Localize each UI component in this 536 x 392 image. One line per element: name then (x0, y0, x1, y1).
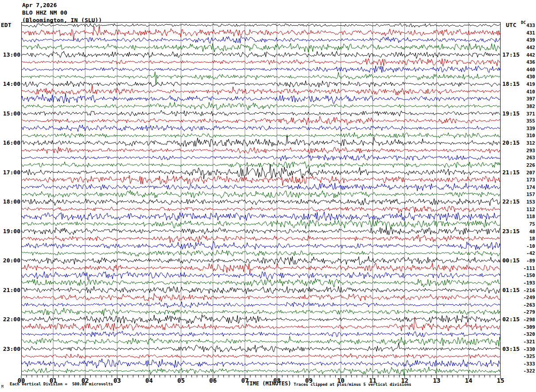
dc-value: -333 (517, 361, 535, 366)
x-axis-title: TIME (MINUTES) (246, 381, 291, 386)
dc-value: 18 (517, 236, 535, 241)
seismogram-trace (21, 164, 501, 179)
dc-value: -42 (517, 251, 535, 256)
dc-value: 442 (517, 53, 535, 58)
edt-hour-label: 15:00 (1, 111, 20, 116)
dc-value: 442 (517, 45, 535, 50)
edt-hour-label: 16:00 (1, 140, 20, 146)
seismogram-trace (21, 359, 501, 368)
seismogram-trace (21, 132, 501, 138)
seismogram-trace (21, 147, 501, 154)
seismogram-trace (21, 367, 501, 376)
edt-hour-label: 19:00 (1, 228, 20, 234)
seismogram-trace (21, 43, 501, 52)
dc-value: -10 (517, 244, 535, 249)
edt-hour-label: 22:00 (1, 316, 20, 322)
corner-mark: M (1, 385, 4, 389)
dc-value: 48 (517, 229, 535, 234)
dc-value: 382 (517, 104, 535, 109)
dc-value: -111 (517, 266, 535, 271)
dc-value: 440 (517, 67, 535, 72)
edt-hour-label: 21:00 (1, 287, 20, 293)
dc-value: 410 (517, 89, 535, 94)
x-tick-label: 13 (430, 377, 443, 384)
dc-value: 397 (517, 96, 535, 101)
dc-value: -89 (517, 258, 535, 263)
seismogram-trace (21, 81, 501, 88)
dc-value: -150 (517, 273, 535, 278)
dc-value: 436 (517, 60, 535, 65)
dc-value: 439 (517, 38, 535, 42)
seismogram-trace (21, 110, 501, 116)
seismogram-trace (21, 51, 501, 59)
seismogram-trace (21, 343, 501, 353)
dc-value: 118 (517, 214, 535, 219)
seismogram-trace (21, 250, 501, 256)
dc-value: -330 (517, 347, 535, 352)
x-tick-label: 14 (462, 377, 475, 384)
seismogram-trace (21, 116, 501, 125)
seismogram-trace (21, 354, 501, 359)
dc-value: 153 (517, 200, 535, 204)
seismogram-trace (21, 331, 501, 337)
dc-value: 226 (517, 163, 535, 168)
dc-value: 371 (517, 111, 535, 116)
seismogram-trace (21, 85, 501, 95)
seismogram-trace (21, 302, 501, 308)
x-tick-label: 15 (494, 377, 507, 384)
dc-value: 312 (517, 141, 535, 146)
seismogram-trace (21, 58, 501, 66)
seismogram-trace (21, 154, 501, 161)
dc-value: 430 (517, 74, 535, 79)
dc-value: 433 (517, 23, 535, 28)
edt-hour-label: 13:00 (1, 52, 20, 58)
seismogram-trace (21, 308, 501, 316)
seismogram-trace (21, 183, 501, 191)
left-timezone-label: EDT (1, 22, 11, 28)
seismogram-trace (21, 336, 501, 346)
dc-value: -309 (517, 325, 535, 330)
dc-value: 355 (517, 119, 535, 123)
seismogram-trace (21, 94, 501, 104)
edt-hour-label: 18:00 (1, 199, 20, 204)
dc-value: 173 (517, 177, 535, 182)
seismogram-trace (21, 102, 501, 110)
edt-hour-label: 14:00 (1, 81, 20, 87)
dc-value: 431 (517, 31, 535, 35)
seismogram-trace (21, 256, 501, 265)
seismogram-trace (21, 293, 501, 301)
x-tick-label: 06 (206, 377, 220, 384)
dc-value: 293 (517, 148, 535, 153)
seismogram-trace (21, 263, 501, 273)
seismogram-trace (21, 272, 501, 280)
dc-value: -298 (517, 317, 535, 322)
dc-value: 419 (517, 82, 535, 87)
dc-value: -216 (517, 288, 535, 293)
dc-value: 75 (517, 222, 535, 227)
seismogram-trace (21, 234, 501, 242)
edt-hour-label: 20:00 (1, 257, 20, 263)
edt-hour-label: 17:00 (1, 169, 20, 175)
dc-value: -320 (517, 332, 535, 337)
seismogram-trace (21, 279, 501, 288)
dc-value: -322 (517, 369, 535, 373)
dc-value: 112 (517, 207, 535, 212)
dc-value: 310 (517, 133, 535, 138)
seismogram-trace (21, 206, 501, 213)
seismogram-trace (21, 212, 501, 221)
dc-value: -249 (517, 295, 535, 300)
clipping-note: Traces clipped at plus/minus 5 vertical … (294, 383, 412, 387)
seismogram-trace (21, 198, 501, 206)
dc-value: 157 (517, 192, 535, 197)
x-tick-label: 05 (175, 377, 188, 384)
seismogram-trace (21, 315, 501, 324)
seismogram-trace (21, 36, 501, 43)
x-tick-label: 04 (143, 377, 156, 384)
seismogram-trace (21, 190, 501, 198)
seismogram-trace (21, 161, 501, 168)
vertical-scale-note: Each Vertical Division = 500.00 microvol… (10, 382, 113, 386)
dc-value: 207 (517, 170, 535, 175)
dc-value: 263 (517, 155, 535, 160)
dc-value: -193 (517, 281, 535, 285)
seismogram-trace (21, 26, 501, 40)
